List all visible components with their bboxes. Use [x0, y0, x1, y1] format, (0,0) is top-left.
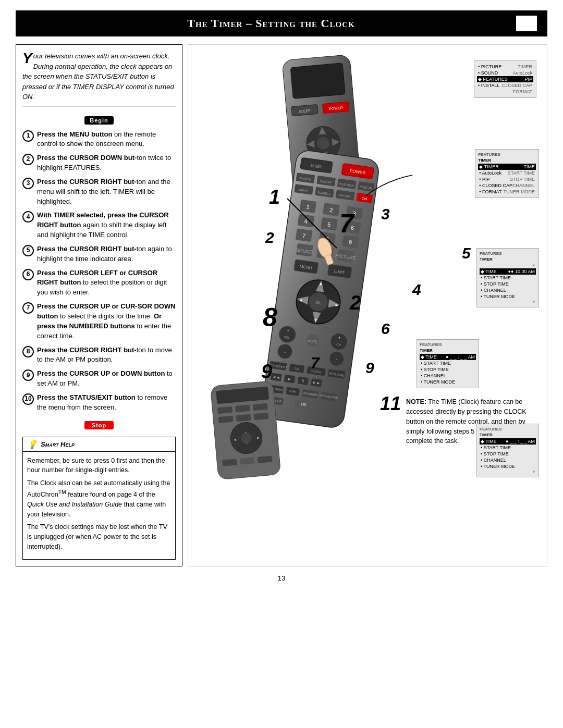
lightbulb-icon: 💡: [27, 439, 38, 449]
screen1-row-sound: • SOUND AutoLock: [477, 70, 533, 76]
screen3-row-tuner: • TUNER MODE: [480, 293, 536, 300]
svg-text:ON: ON: [361, 196, 367, 201]
screen3-sub: TIMER: [480, 257, 536, 262]
screen-panel-5: FEATURES TIMER ◆ TIME ● _ _ : _ _ AM • S…: [476, 424, 539, 477]
bottom-remote-svg: ▲ ▼ ◄ ►: [204, 377, 319, 481]
s2-timer: ◆ TIMER: [479, 164, 498, 169]
step-2-num: 2: [22, 154, 34, 165]
s5-stop: • STOP TIME: [481, 451, 509, 456]
screen4-row-time: ◆ TIME ● _ _ : _ _ AM: [420, 354, 476, 360]
screen4-row-start: • START TIME: [420, 360, 476, 366]
title-bar: The Timer – Setting the Clock: [16, 10, 547, 36]
s1-bullet-4: • INSTALL: [478, 83, 500, 88]
svg-rect-149: [236, 414, 251, 422]
svg-text:CH: CH: [336, 343, 341, 347]
step-10: 10 Press the STATUS/EXIT button to remov…: [22, 393, 176, 413]
svg-rect-158: [240, 457, 255, 464]
step-4: 4 With TIMER selected, press the CURSOR …: [22, 211, 176, 240]
big-step-9b: 9: [365, 359, 374, 376]
s3-tuner: • TUNER MODE: [481, 294, 515, 299]
svg-text:▲: ▲: [319, 281, 323, 286]
s5-time-val: ● _ _ : _ _ AM: [506, 439, 535, 444]
big-step-6: 6: [381, 320, 390, 337]
step-4-text: With TIMER selected, press the CURSOR RI…: [37, 211, 176, 240]
big-step-4: 4: [412, 281, 421, 298]
svg-text:OK: OK: [315, 301, 321, 305]
intro-body: our television comes with an on-screen c…: [22, 52, 174, 101]
screen4-row-channel: • CHANNEL: [420, 373, 476, 379]
screen-panel-2: FEATURES TIMER ◆ TIMER TIME • AutoLock S…: [475, 149, 539, 198]
screen5-row-tuner: • TUNER MODE: [480, 463, 536, 470]
smart-help-tip1: Remember, be sure to press 0 first and t…: [27, 456, 171, 476]
svg-rect-159: [258, 455, 273, 463]
stop-badge: Stop: [84, 421, 114, 429]
remote-area: SLEEP POWER 1 2: [188, 45, 547, 488]
step-9-text: Press the CURSOR UP or DOWN button to se…: [37, 369, 176, 389]
screen2-row-autolock: • AutoLock START TIME: [478, 170, 536, 176]
screen2-header: FEATURES: [478, 152, 536, 157]
svg-rect-157: [222, 459, 237, 466]
svg-rect-147: [253, 403, 268, 411]
s1-bullet-2: • SOUND: [478, 70, 498, 76]
screen2-sub: TIMER: [478, 158, 536, 163]
s4-tuner: • TUNER MODE: [421, 379, 455, 385]
s2-format: • FORMAT: [479, 189, 501, 194]
screen-panel-3: FEATURES TIMER ▲ ◆ TIME ●● 10:30 AM • ST…: [476, 248, 539, 307]
right-column: SLEEP POWER 1 2: [188, 44, 547, 566]
title-corner-box: [516, 16, 537, 31]
s1-right-5: FORMAT: [513, 89, 532, 94]
big-step-8: 8: [263, 303, 277, 332]
step-6-num: 6: [22, 269, 34, 280]
s4-start: • START TIME: [421, 361, 451, 366]
step-9-num: 9: [22, 369, 34, 381]
smart-help-tip3: The TV's clock settings may be lost when…: [27, 522, 171, 551]
step-3-num: 3: [22, 178, 34, 189]
screen1-row-format: FORMAT: [477, 89, 533, 95]
step-10-text: Press the STATUS/EXIT button to remove t…: [37, 393, 176, 413]
screen4-row-tuner: • TUNER MODE: [420, 379, 476, 385]
step-4-num: 4: [22, 211, 34, 223]
step-3-text: Press the CURSOR RIGHT but-ton and the m…: [37, 177, 176, 207]
step-5: 5 Press the CURSOR RIGHT but-ton again t…: [22, 244, 176, 264]
screen3-row-start: • START TIME: [480, 275, 536, 281]
s1-bullet-1: • PICTURE: [478, 64, 501, 69]
screen2-row-cc: • CLOSED CAP CHANNEL: [478, 182, 536, 189]
s2-right-1: TIME: [524, 164, 535, 169]
screen3-row-time: ◆ TIME ●● 10:30 AM: [480, 268, 536, 275]
s1-right-3: PIP: [524, 77, 532, 82]
page-container: The Timer – Setting the Clock Your telev…: [0, 0, 563, 728]
screen4-header: FEATURES: [420, 342, 476, 347]
s5-start: • START TIME: [481, 445, 511, 450]
left-column: Your television comes with an on-screen …: [16, 44, 182, 566]
step-9: 9 Press the CURSOR UP or DOWN button to …: [22, 369, 176, 389]
screen-3-inner: FEATURES TIMER ▲ ◆ TIME ●● 10:30 AM • ST…: [476, 248, 539, 307]
screen5-row-start: • START TIME: [480, 445, 536, 451]
big-step-7-large: 7: [339, 209, 355, 238]
bottom-remote-area: ▲ ▼ ◄ ►: [204, 377, 319, 483]
big-step-2: 2: [265, 229, 274, 246]
step-7-num: 7: [22, 302, 34, 314]
svg-text:▼: ▼: [313, 318, 318, 323]
screen-panel-4: FEATURES TIMER ◆ TIME ● _ _ : _ _ AM • S…: [417, 339, 479, 388]
screen3-header: FEATURES: [480, 251, 536, 256]
s5-channel: • CHANNEL: [481, 458, 506, 463]
big-step-7: 7: [311, 354, 320, 371]
screen2-row-pip: • PIP STOP TIME: [478, 176, 536, 182]
screen4-row-stop: • STOP TIME: [420, 366, 476, 373]
step-8-num: 8: [22, 346, 34, 357]
screen5-row-stop: • STOP TIME: [480, 451, 536, 457]
big-step-5: 5: [462, 244, 471, 262]
step-1: 1 Press the MENU button on the remote co…: [22, 130, 176, 150]
smart-help-tip2: The Clock also can be set automatically …: [27, 478, 171, 519]
step-7-text: Press the CURSOR UP or CUR-SOR DOWN butt…: [37, 302, 176, 341]
s1-right-1: TIMER: [518, 64, 532, 69]
screen4-sub: TIMER: [420, 348, 476, 353]
step-1-num: 1: [22, 130, 34, 142]
big-step-2b: 2: [349, 292, 361, 314]
step-6-text: Press the CURSOR LEFT or CURSOR RIGHT bu…: [37, 268, 176, 298]
screen1-row-features: ◆ FEATURES PIP: [477, 76, 533, 82]
screen5-row-time: ◆ TIME ● _ _ : _ _ AM: [480, 438, 536, 445]
svg-rect-145: [217, 406, 232, 414]
s2-right-3: STOP TIME: [510, 177, 535, 182]
svg-text:►: ►: [256, 435, 261, 440]
